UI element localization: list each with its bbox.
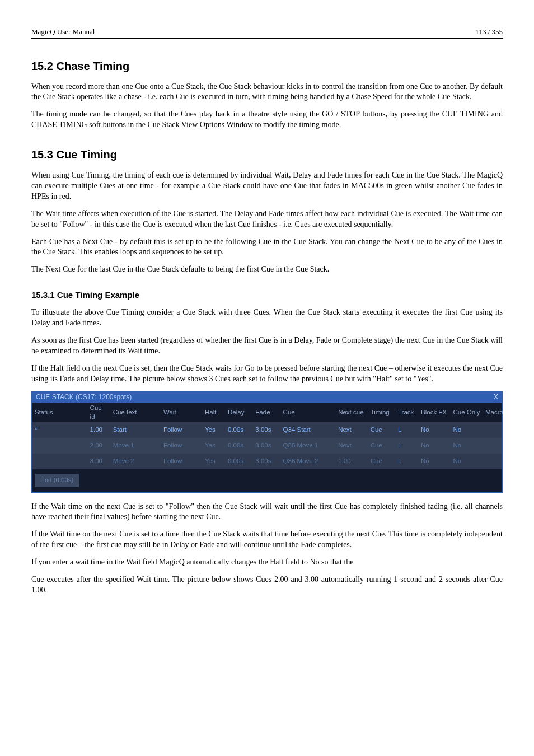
heading-15-3: 15.3 Cue Timing	[31, 147, 503, 162]
cell-blockfx[interactable]: No	[419, 438, 451, 454]
cell-nextcue[interactable]: 1.00	[336, 454, 368, 469]
cell-track[interactable]: L	[396, 438, 419, 454]
body-text: The Next Cue for the last Cue in the Cue…	[31, 264, 503, 275]
cell-halt[interactable]: Yes	[203, 422, 226, 438]
header-left: MagicQ User Manual	[31, 27, 95, 37]
col-timing: Timing	[368, 403, 396, 422]
cell-macro[interactable]	[483, 438, 502, 454]
cell-nextcue[interactable]: Next	[336, 422, 368, 438]
cell-cuetext[interactable]: Move 1	[111, 438, 161, 454]
body-text: If the Wait time on the next Cue is set …	[31, 529, 503, 550]
body-text: To illustrate the above Cue Timing consi…	[31, 307, 503, 329]
cell-wait[interactable]: Follow	[161, 422, 203, 438]
cell-macro[interactable]	[483, 454, 502, 469]
cell-blockfx[interactable]: No	[419, 454, 451, 469]
body-text: The Wait time affects when execution of …	[31, 209, 503, 230]
close-icon[interactable]: X	[494, 393, 498, 402]
cell-delay[interactable]: 0.00s	[226, 454, 253, 469]
cell-timing[interactable]: Cue	[368, 438, 396, 454]
body-text: Cue executes after the specified Wait ti…	[31, 575, 503, 596]
col-track: Track	[396, 403, 419, 422]
cell-track[interactable]: L	[396, 454, 419, 469]
cell-status[interactable]	[32, 454, 88, 469]
body-text: If the Wait time on the next Cue is set …	[31, 502, 503, 523]
table-row[interactable]: 3.00 Move 2 Follow Yes 0.00s 3.00s Q36 M…	[32, 454, 502, 469]
page-header: MagicQ User Manual 113 / 355	[31, 27, 503, 39]
cell-status[interactable]	[32, 438, 88, 454]
cue-stack-table: Status Cue id Cue text Wait Halt Delay F…	[32, 403, 502, 492]
cue-stack-window: CUE STACK (CS17: 1200spots) X Status Cue…	[31, 391, 503, 493]
cell-delay[interactable]: 0.00s	[226, 438, 253, 454]
col-delay: Delay	[226, 403, 253, 422]
body-text: When you record more than one Cue onto a…	[31, 82, 503, 103]
cell-cueid[interactable]: 2.00	[88, 438, 111, 454]
cell-macro[interactable]	[483, 422, 502, 438]
col-blockfx: Block FX	[419, 403, 451, 422]
end-marker: End (0.00s)	[35, 474, 79, 487]
body-text: If the Halt field on the next Cue is set…	[31, 363, 503, 385]
header-right: 113 / 355	[475, 27, 503, 37]
col-wait: Wait	[161, 403, 203, 422]
cell-cue[interactable]: Q36 Move 2	[281, 454, 336, 469]
cell-cueid[interactable]: 1.00	[88, 422, 111, 438]
cell-cuetext[interactable]: Start	[111, 422, 161, 438]
heading-15-2: 15.2 Chase Timing	[31, 59, 503, 74]
cell-cueonly[interactable]: No	[451, 454, 484, 469]
body-text: When using Cue Timing, the timing of eac…	[31, 170, 503, 202]
cue-stack-titlebar: CUE STACK (CS17: 1200spots) X	[32, 391, 502, 403]
cell-fade[interactable]: 3.00s	[253, 454, 280, 469]
cell-track[interactable]: L	[396, 422, 419, 438]
table-header-row: Status Cue id Cue text Wait Halt Delay F…	[32, 403, 502, 422]
col-cueid: Cue id	[88, 403, 111, 422]
body-text: As soon as the first Cue has been starte…	[31, 335, 503, 357]
table-row[interactable]: 2.00 Move 1 Follow Yes 0.00s 3.00s Q35 M…	[32, 438, 502, 454]
heading-15-3-1: 15.3.1 Cue Timing Example	[31, 290, 503, 301]
col-fade: Fade	[253, 403, 280, 422]
cell-cue[interactable]: Q34 Start	[281, 422, 336, 438]
cell-blockfx[interactable]: No	[419, 422, 451, 438]
col-status: Status	[32, 403, 88, 422]
col-macro: Macro	[483, 403, 502, 422]
body-text: The timing mode can be changed, so that …	[31, 109, 503, 130]
table-row[interactable]: * 1.00 Start Follow Yes 0.00s 3.00s Q34 …	[32, 422, 502, 438]
cell-cuetext[interactable]: Move 2	[111, 454, 161, 469]
cell-fade[interactable]: 3.00s	[253, 438, 280, 454]
col-cueonly: Cue Only	[451, 403, 484, 422]
cell-timing[interactable]: Cue	[368, 422, 396, 438]
cell-wait[interactable]: Follow	[161, 454, 203, 469]
cell-delay[interactable]: 0.00s	[226, 422, 253, 438]
cell-cueid[interactable]: 3.00	[88, 454, 111, 469]
table-end-row: End (0.00s)	[32, 469, 502, 492]
cell-halt[interactable]: Yes	[203, 454, 226, 469]
body-text: If you enter a wait time in the Wait fie…	[31, 557, 503, 568]
cell-fade[interactable]: 3.00s	[253, 422, 280, 438]
cell-nextcue[interactable]: Next	[336, 438, 368, 454]
cell-timing[interactable]: Cue	[368, 454, 396, 469]
cell-wait[interactable]: Follow	[161, 438, 203, 454]
cue-stack-title: CUE STACK (CS17: 1200spots)	[36, 393, 132, 402]
col-halt: Halt	[203, 403, 226, 422]
cell-status[interactable]: *	[32, 422, 88, 438]
body-text: Each Cue has a Next Cue - by default thi…	[31, 237, 503, 258]
col-nextcue: Next cue	[336, 403, 368, 422]
col-cue: Cue	[281, 403, 336, 422]
cell-cueonly[interactable]: No	[451, 438, 484, 454]
cell-cue[interactable]: Q35 Move 1	[281, 438, 336, 454]
col-cuetext: Cue text	[111, 403, 161, 422]
cell-cueonly[interactable]: No	[451, 422, 484, 438]
cell-halt[interactable]: Yes	[203, 438, 226, 454]
